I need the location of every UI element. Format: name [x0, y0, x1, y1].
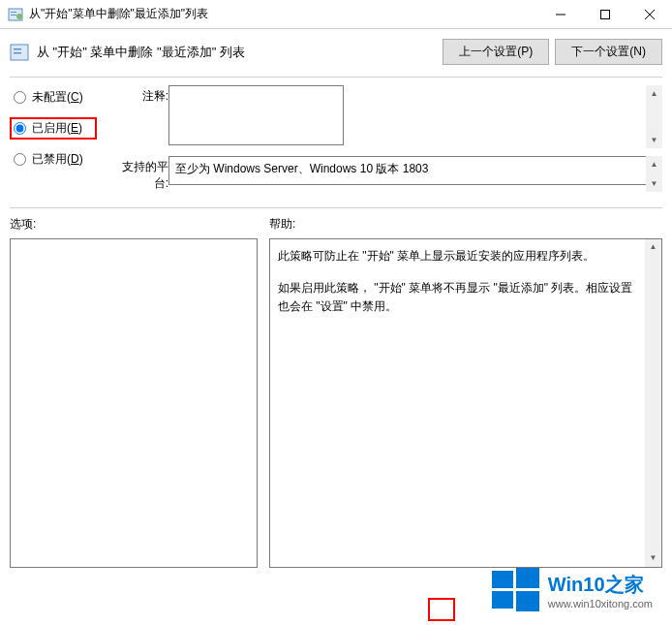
help-paragraph: 如果启用此策略， "开始" 菜单将不再显示 "最近添加" 列表。相应设置也会在 …: [278, 279, 642, 316]
comment-row: 注释: ▲ ▼: [108, 85, 662, 148]
watermark-text: Win10之家 www.win10xitong.com: [548, 572, 653, 609]
titlebar: 从"开始"菜单中删除"最近添加"列表: [0, 0, 672, 29]
maximize-button[interactable]: [583, 0, 627, 29]
help-label: 帮助:: [269, 216, 662, 233]
minimize-button[interactable]: [538, 0, 583, 29]
options-label: 选项:: [10, 216, 258, 233]
radio-not-configured-label: 未配置(C): [32, 89, 83, 106]
svg-rect-10: [14, 52, 21, 54]
help-column: 帮助: 此策略可防止在 "开始" 菜单上显示最近安装的应用程序列表。 如果启用此…: [269, 216, 662, 568]
watermark: Win10之家 www.win10xitong.com: [490, 565, 653, 615]
config-section: 未配置(C) 已启用(E) 已禁用(D) 注释: ▲ ▼: [10, 85, 662, 200]
radio-enabled[interactable]: 已启用(E): [10, 117, 97, 140]
platform-label: 支持的平台:: [108, 156, 168, 192]
divider: [10, 77, 662, 78]
svg-rect-2: [11, 15, 16, 16]
radio-not-configured[interactable]: 未配置(C): [10, 87, 97, 108]
policy-header-icon: [10, 43, 29, 62]
svg-point-3: [16, 14, 22, 19]
svg-rect-14: [516, 591, 539, 611]
content-area: 从 "开始" 菜单中删除 "最近添加" 列表 上一个设置(P) 下一个设置(N)…: [0, 29, 672, 578]
radio-enabled-input[interactable]: [14, 122, 26, 135]
platform-value: 至少为 Windows Server、Windows 10 版本 1803: [175, 162, 428, 175]
scroll-down-icon[interactable]: ▼: [646, 132, 662, 148]
close-button[interactable]: [627, 0, 672, 29]
windows-logo-icon: [490, 565, 540, 615]
radio-disabled[interactable]: 已禁用(D): [10, 149, 97, 170]
platform-row: 支持的平台: 至少为 Windows Server、Windows 10 版本 …: [108, 156, 662, 192]
policy-title: 从 "开始" 菜单中删除 "最近添加" 列表: [37, 44, 437, 61]
policy-icon: [8, 7, 23, 22]
comment-scrollbar[interactable]: ▲ ▼: [646, 85, 662, 148]
previous-setting-button[interactable]: 上一个设置(P): [443, 39, 549, 65]
help-paragraph: 此策略可防止在 "开始" 菜单上显示最近安装的应用程序列表。: [278, 247, 642, 266]
svg-rect-5: [601, 10, 610, 18]
radio-disabled-label: 已禁用(D): [32, 151, 83, 168]
comment-label: 注释:: [108, 85, 168, 148]
fields-column: 注释: ▲ ▼ 支持的平台: 至少为 Windows Server、Window…: [108, 85, 662, 200]
platform-scrollbar[interactable]: ▲ ▼: [646, 156, 662, 192]
svg-rect-13: [492, 591, 513, 609]
svg-rect-9: [14, 48, 21, 50]
svg-rect-12: [516, 568, 539, 588]
comment-textarea[interactable]: [168, 85, 344, 145]
options-box: [10, 238, 258, 568]
scroll-up-icon[interactable]: ▲: [646, 85, 662, 102]
help-scrollbar[interactable]: ▲ ▼: [645, 239, 661, 567]
watermark-brand: Win10之家: [548, 572, 653, 598]
svg-rect-1: [11, 12, 16, 13]
header-row: 从 "开始" 菜单中删除 "最近添加" 列表 上一个设置(P) 下一个设置(N): [10, 39, 662, 65]
options-column: 选项:: [10, 216, 258, 568]
platform-textbox: 至少为 Windows Server、Windows 10 版本 1803: [168, 156, 662, 185]
watermark-url: www.win10xitong.com: [548, 598, 653, 609]
window-controls: [538, 0, 672, 29]
lower-section: 选项: 帮助: 此策略可防止在 "开始" 菜单上显示最近安装的应用程序列表。 如…: [10, 216, 662, 568]
radio-disabled-input[interactable]: [14, 153, 26, 166]
help-box: 此策略可防止在 "开始" 菜单上显示最近安装的应用程序列表。 如果启用此策略， …: [269, 238, 662, 568]
radio-enabled-label: 已启用(E): [32, 120, 82, 137]
svg-rect-11: [492, 571, 513, 588]
divider: [10, 207, 662, 208]
radio-not-configured-input[interactable]: [14, 91, 26, 104]
scroll-up-icon[interactable]: ▲: [646, 156, 662, 172]
radio-column: 未配置(C) 已启用(E) 已禁用(D): [10, 85, 97, 200]
scroll-up-icon[interactable]: ▲: [645, 239, 661, 256]
scroll-down-icon[interactable]: ▼: [646, 175, 662, 192]
next-setting-button[interactable]: 下一个设置(N): [555, 39, 662, 65]
bottom-highlight-box: [428, 598, 455, 621]
window-title: 从"开始"菜单中删除"最近添加"列表: [29, 6, 538, 22]
